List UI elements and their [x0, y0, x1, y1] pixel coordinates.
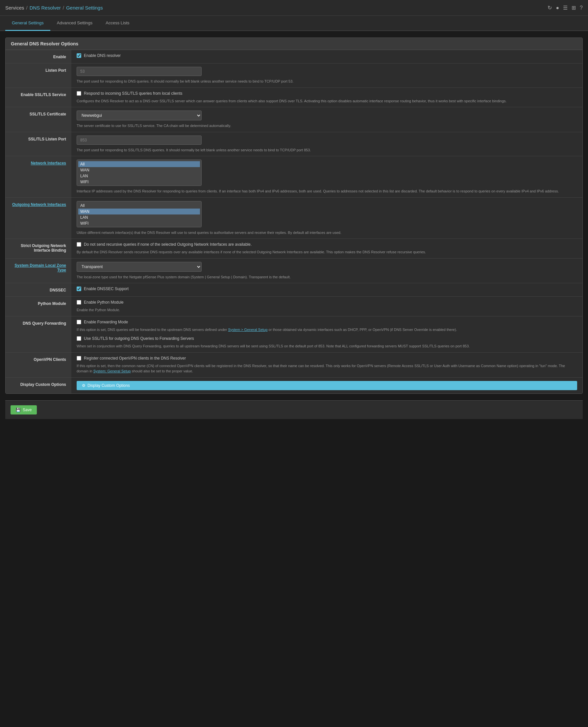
ssl-forwarding-checkbox-label[interactable]: Use SSL/TLS for outgoing DNS Queries to … — [84, 336, 194, 341]
section-card: General DNS Resolver Options Enable Enab… — [5, 38, 583, 394]
ssl-cert-help: The server certificate to use for SSL/TL… — [77, 123, 577, 129]
outgoing-interfaces-label: Outgoing Network Interfaces — [6, 198, 71, 239]
breadcrumb-general-settings: General Settings — [66, 5, 103, 11]
outgoing-interfaces-row: Outgoing Network Interfaces All WAN LAN … — [6, 198, 582, 239]
network-interfaces-label: Network Interfaces — [6, 156, 71, 198]
ssl-cert-label: SSL/TLS Certificate — [6, 107, 71, 132]
ssl-cert-row: SSL/TLS Certificate Newwebgui The server… — [6, 107, 582, 132]
dns-forwarding-checkbox-wrapper: Enable Forwarding Mode — [77, 320, 577, 324]
dns-forwarding-help: If this option is set, DNS queries will … — [77, 327, 577, 333]
dns-forwarding-checkbox-label[interactable]: Enable Forwarding Mode — [84, 320, 128, 324]
system-general-setup-link2[interactable]: System: General Setup — [93, 369, 131, 373]
ssl-tls-checkbox-label[interactable]: Respond to incoming SSL/TLS queries from… — [84, 91, 182, 96]
openvpn-clients-row: OpenVPN Clients Register connected OpenV… — [6, 353, 582, 378]
tabs-bar: General Settings Advanced Settings Acces… — [0, 16, 588, 31]
dnssec-checkbox-wrapper: Enable DNSSEC Support — [77, 287, 577, 291]
ssl-tls-checkbox[interactable] — [77, 91, 81, 96]
network-interfaces-select[interactable]: All WAN LAN WIFI TRUNK — [77, 160, 202, 186]
network-interfaces-link[interactable]: Network Interfaces — [31, 161, 66, 165]
ssl-tls-control: Respond to incoming SSL/TLS queries from… — [71, 88, 582, 107]
python-module-label: Python Module — [6, 297, 71, 316]
tab-general-settings[interactable]: General Settings — [5, 16, 50, 31]
ssl-port-row: SSL/TLS Listen Port The port used for re… — [6, 132, 582, 157]
openvpn-clients-checkbox[interactable] — [77, 356, 81, 360]
topbar: Services / DNS Resolver / General Settin… — [0, 0, 588, 16]
display-custom-button[interactable]: ⚙ Display Custom Options — [77, 381, 577, 390]
dnssec-checkbox-label[interactable]: Enable DNSSEC Support — [84, 287, 129, 291]
ssl-tls-row: Enable SSL/TLS Service Respond to incomi… — [6, 88, 582, 108]
ssl-cert-control: Newwebgui The server certificate to use … — [71, 107, 582, 132]
network-interfaces-help: Interface IP addresses used by the DNS R… — [77, 188, 577, 194]
ssl-port-help: The port used for responding to SSL/TLS … — [77, 147, 577, 153]
dnssec-checkbox[interactable] — [77, 287, 81, 291]
ssl-tls-label: Enable SSL/TLS Service — [6, 88, 71, 107]
python-module-checkbox-label[interactable]: Enable Python Module — [84, 300, 124, 305]
ssl-port-label: SSL/TLS Listen Port — [6, 132, 71, 156]
outgoing-interfaces-control: All WAN LAN WIFI TRUNK Utilize different… — [71, 198, 582, 239]
list-icon[interactable]: ☰ — [563, 5, 568, 11]
enable-checkbox-wrapper: Enable DNS resolver — [77, 53, 577, 58]
openvpn-clients-checkbox-label[interactable]: Register connected OpenVPN clients in th… — [84, 356, 186, 360]
zone-type-link[interactable]: System Domain Local Zone Type — [15, 263, 66, 272]
refresh-icon[interactable]: ↻ — [548, 5, 552, 11]
dns-forwarding-label: DNS Query Forwarding — [6, 316, 71, 352]
breadcrumb-sep1: / — [26, 5, 28, 11]
tab-access-lists[interactable]: Access Lists — [99, 16, 136, 31]
python-module-control: Enable Python Module Enable the Python M… — [71, 297, 582, 316]
openvpn-clients-label: OpenVPN Clients — [6, 353, 71, 377]
enable-checkbox-label[interactable]: Enable DNS resolver — [84, 53, 121, 58]
display-custom-label: Display Custom Options — [6, 378, 71, 393]
ssl-forwarding-checkbox-wrapper: Use SSL/TLS for outgoing DNS Queries to … — [77, 336, 577, 341]
strict-binding-checkbox[interactable] — [77, 242, 81, 247]
ssl-port-input[interactable] — [77, 136, 202, 145]
dns-forwarding-control: Enable Forwarding Mode If this option is… — [71, 316, 582, 352]
ssl-port-control: The port used for responding to SSL/TLS … — [71, 132, 582, 156]
enable-checkbox[interactable] — [77, 53, 81, 58]
ssl-cert-select[interactable]: Newwebgui — [77, 110, 202, 120]
zone-type-select[interactable]: Transparent Static Redirect Inform Infor… — [77, 262, 202, 272]
ssl-forwarding-help: When set in conjunction with DNS Query F… — [77, 344, 577, 349]
ssl-tls-help: Configures the DNS Resolver to act as a … — [77, 98, 577, 104]
breadcrumb: Services / DNS Resolver / General Settin… — [5, 5, 103, 11]
display-custom-control: ⚙ Display Custom Options — [71, 378, 582, 393]
system-general-setup-link[interactable]: System > General Setup — [228, 328, 267, 332]
action-bar: 💾 Save — [5, 400, 583, 419]
listen-port-input[interactable] — [77, 67, 202, 76]
status-icon[interactable]: ● — [556, 5, 559, 11]
dns-forwarding-checkbox[interactable] — [77, 320, 81, 324]
dnssec-control: Enable DNSSEC Support — [71, 283, 582, 296]
network-interfaces-select-wrapper: All WAN LAN WIFI TRUNK — [77, 160, 577, 186]
grid-icon[interactable]: ⊞ — [571, 5, 576, 11]
outgoing-interfaces-select-wrapper: All WAN LAN WIFI TRUNK — [77, 201, 577, 227]
breadcrumb-sep2: / — [63, 5, 64, 11]
strict-binding-row: Strict Outgoing Network Interface Bindin… — [6, 239, 582, 258]
python-module-help: Enable the Python Module. — [77, 307, 577, 313]
strict-binding-checkbox-label[interactable]: Do not send recursive queries if none of… — [84, 242, 252, 247]
python-module-checkbox-wrapper: Enable Python Module — [77, 300, 577, 305]
ssl-tls-checkbox-wrapper: Respond to incoming SSL/TLS queries from… — [77, 91, 577, 96]
zone-type-help: The local-zone type used for the Netgate… — [77, 274, 577, 280]
outgoing-interfaces-select[interactable]: All WAN LAN WIFI TRUNK — [77, 201, 202, 227]
listen-port-label: Listen Port — [6, 63, 71, 87]
dnssec-label: DNSSEC — [6, 283, 71, 296]
ssl-forwarding-checkbox[interactable] — [77, 336, 81, 341]
listen-port-row: Listen Port The port used for responding… — [6, 63, 582, 88]
outgoing-interfaces-help: Utilize different network interface(s) t… — [77, 230, 577, 235]
python-module-row: Python Module Enable Python Module Enabl… — [6, 297, 582, 316]
openvpn-clients-help: If this option is set, then the common n… — [77, 363, 577, 374]
openvpn-clients-control: Register connected OpenVPN clients in th… — [71, 353, 582, 377]
strict-binding-label: Strict Outgoing Network Interface Bindin… — [6, 239, 71, 258]
strict-binding-checkbox-wrapper: Do not send recursive queries if none of… — [77, 242, 577, 247]
save-button[interactable]: 💾 Save — [10, 405, 37, 415]
tab-advanced-settings[interactable]: Advanced Settings — [50, 16, 99, 31]
dns-forwarding-row: DNS Query Forwarding Enable Forwarding M… — [6, 316, 582, 353]
python-module-checkbox[interactable] — [77, 300, 81, 305]
outgoing-interfaces-link[interactable]: Outgoing Network Interfaces — [12, 202, 66, 207]
zone-type-control: Transparent Static Redirect Inform Infor… — [71, 258, 582, 283]
help-icon[interactable]: ? — [580, 5, 583, 11]
listen-port-help: The port used for responding to DNS quer… — [77, 79, 577, 84]
breadcrumb-dns-resolver: DNS Resolver — [29, 5, 61, 11]
strict-binding-help: By default the DNS Resolver sends recurs… — [77, 249, 577, 255]
network-interfaces-control: All WAN LAN WIFI TRUNK Interface IP addr… — [71, 156, 582, 198]
zone-type-row: System Domain Local Zone Type Transparen… — [6, 258, 582, 284]
